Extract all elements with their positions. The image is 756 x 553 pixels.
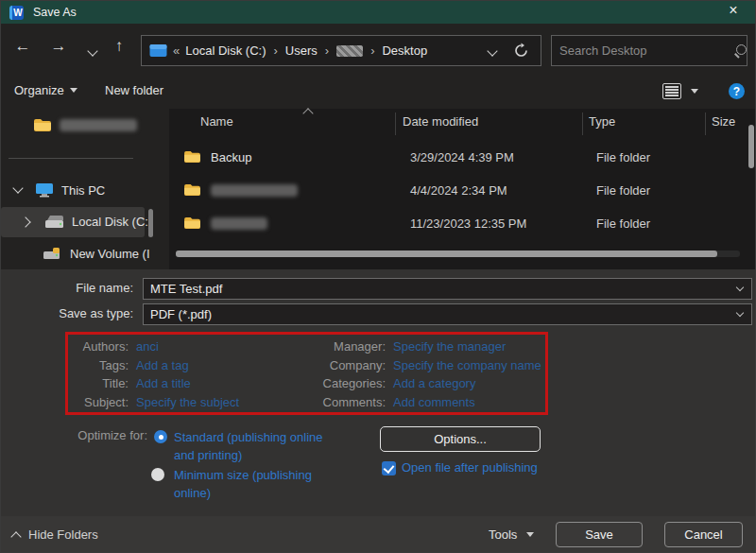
column-header-date[interactable]: Date modified (403, 114, 478, 129)
browser-area: This PC Local Disk (C:) New Volume (I Na… (1, 109, 755, 269)
dialog-title: Save As (33, 6, 77, 19)
chevron-down-icon[interactable] (736, 283, 744, 290)
open-after-publishing-checkbox[interactable] (382, 461, 396, 475)
file-type: File folder (596, 150, 650, 164)
new-volume-icon (43, 247, 62, 261)
title-label: Title: (72, 374, 129, 393)
help-icon: ? (729, 83, 745, 99)
column-header-size[interactable]: Size (712, 114, 735, 129)
file-type: File folder (596, 216, 650, 231)
sidebar-item-pinned-folder[interactable] (33, 118, 137, 132)
close-icon[interactable]: × (723, 2, 744, 19)
options-button[interactable]: Options... (380, 426, 541, 452)
sort-ascending-icon[interactable] (304, 106, 312, 120)
file-name: Backup (211, 150, 251, 164)
title-value-link[interactable]: Add a title (129, 374, 318, 393)
categories-value-link[interactable]: Add a category (386, 374, 541, 393)
chevron-down-icon[interactable] (736, 308, 744, 316)
file-date: 3/29/2024 4:39 PM (410, 150, 514, 164)
search-icon[interactable] (733, 43, 739, 60)
caret-down-icon (70, 88, 77, 93)
tools-menu[interactable]: Tools (489, 527, 534, 542)
breadcrumb-local-disk[interactable]: Local Disk (C:) (185, 43, 266, 58)
save-as-type-value[interactable] (144, 307, 737, 321)
caret-down-icon (526, 532, 534, 537)
file-name-label: File name: (1, 281, 133, 295)
save-button[interactable]: Save (556, 522, 643, 547)
breadcrumb-username-redacted[interactable] (336, 45, 363, 57)
manager-value-link[interactable]: Specify the manager (386, 337, 541, 356)
chevron-right-icon[interactable] (20, 216, 30, 227)
column-separator[interactable] (582, 112, 583, 135)
sidebar-scrollbar-thumb[interactable] (148, 209, 153, 237)
new-volume-label: New Volume (I (70, 247, 150, 261)
file-row[interactable]: Backup 3/29/2024 4:39 PM File folder (177, 143, 744, 171)
this-pc-icon (35, 182, 54, 198)
sidebar-item-local-disk[interactable]: Local Disk (C:) (22, 215, 152, 229)
address-dropdown-chevron-icon[interactable] (489, 43, 496, 58)
file-name-combobox[interactable] (143, 278, 752, 300)
column-separator[interactable] (395, 112, 396, 135)
view-options-chevron[interactable] (691, 89, 698, 94)
navigation-bar: ← → ↑ « Local Disk (C:) › Users › › Desk… (1, 24, 755, 75)
cancel-button[interactable]: Cancel (664, 522, 743, 547)
word-app-icon: W (9, 6, 24, 20)
radio-standard-label[interactable]: Standard (publishing online and printing… (174, 428, 335, 464)
file-row[interactable]: 4/4/2024 2:34 PM File folder (177, 176, 744, 204)
sidebar-item-this-pc[interactable]: This PC (14, 182, 105, 198)
chevron-up-icon (10, 531, 21, 542)
back-button[interactable]: ← (10, 37, 35, 56)
column-header-name[interactable]: Name (200, 114, 233, 129)
manager-label: Manager: (318, 337, 386, 356)
new-folder-label: New folder (105, 83, 163, 97)
tags-value-link[interactable]: Add a tag (129, 356, 318, 375)
comments-value-link[interactable]: Add comments (386, 393, 541, 412)
refresh-icon[interactable] (513, 43, 529, 59)
save-as-type-label: Save as type: (1, 306, 133, 320)
address-bar[interactable]: « Local Disk (C:) › Users › › Desktop (141, 35, 541, 66)
folder-icon (183, 150, 201, 164)
redacted-folder-label (60, 119, 137, 131)
chevron-down-icon[interactable] (12, 182, 23, 193)
new-folder-button[interactable]: New folder (105, 83, 163, 97)
breadcrumb-overflow-icon[interactable]: « (173, 43, 180, 58)
save-as-type-select[interactable] (143, 303, 752, 325)
file-list: Name Date modified Type Size Backup 3/29… (169, 109, 756, 269)
breadcrumb-desktop[interactable]: Desktop (382, 43, 427, 58)
radio-standard[interactable] (154, 430, 167, 443)
file-date: 11/23/2023 12:35 PM (410, 216, 526, 231)
hide-folders-button[interactable]: Hide Folders (12, 527, 98, 542)
breadcrumb-users[interactable]: Users (285, 43, 318, 58)
vertical-scrollbar-thumb[interactable] (748, 125, 754, 168)
search-input[interactable] (552, 43, 733, 58)
file-row[interactable]: 11/23/2023 12:35 PM File folder (177, 209, 744, 237)
change-view-button[interactable] (662, 83, 681, 99)
open-after-publishing-label[interactable]: Open file after publishing (402, 460, 538, 475)
column-separator[interactable] (705, 112, 706, 135)
authors-value-link[interactable]: anci (129, 337, 318, 356)
sidebar-item-new-volume[interactable]: New Volume (I (43, 247, 150, 261)
breadcrumb-separator: › (325, 43, 329, 58)
search-box[interactable] (551, 35, 747, 66)
file-name-input[interactable] (144, 282, 737, 296)
subject-label: Subject: (72, 393, 129, 412)
horizontal-scrollbar[interactable] (176, 251, 740, 257)
command-bar: Organize New folder ? (1, 75, 755, 109)
this-pc-label: This PC (61, 183, 105, 198)
column-header-type[interactable]: Type (589, 114, 615, 129)
subject-value-link[interactable]: Specify the subject (129, 393, 318, 412)
local-disk-label: Local Disk (C:) (72, 215, 152, 229)
recent-locations-chevron-icon[interactable] (80, 41, 105, 60)
sidebar-divider (9, 158, 133, 159)
organize-menu[interactable]: Organize (14, 83, 77, 97)
horizontal-scrollbar-thumb[interactable] (176, 251, 717, 257)
radio-minimum-size[interactable] (151, 468, 164, 481)
company-value-link[interactable]: Specify the company name (386, 356, 541, 375)
file-name-row: File name: (1, 278, 755, 301)
up-button[interactable]: ↑ (107, 37, 131, 56)
radio-minimum-size-label[interactable]: Minimum size (publishing online) (174, 466, 335, 502)
drive-location-icon (149, 43, 167, 58)
company-label: Company: (318, 356, 386, 375)
help-button[interactable]: ? (729, 83, 745, 99)
forward-button[interactable]: → (46, 37, 71, 56)
